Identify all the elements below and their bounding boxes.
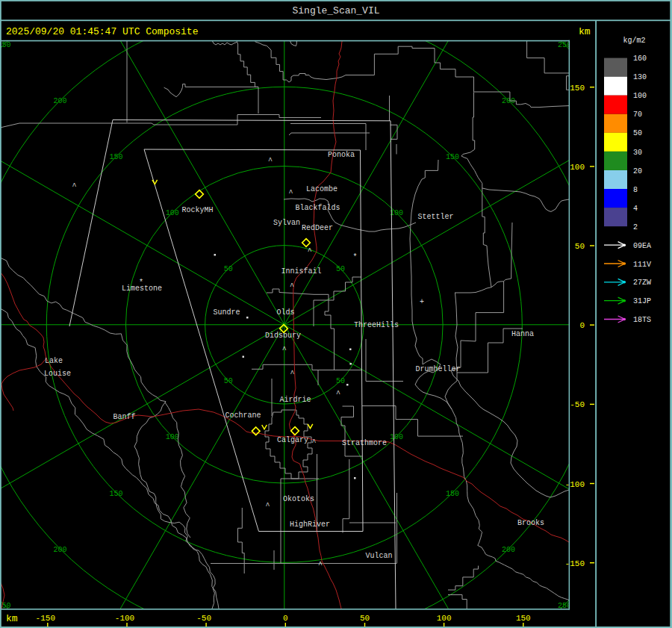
svg-text:160: 160	[633, 55, 647, 63]
svg-text:8: 8	[633, 186, 638, 194]
svg-text:kg/m2: kg/m2	[623, 37, 645, 45]
svg-text:09EA: 09EA	[633, 242, 651, 250]
svg-text:150: 150	[446, 153, 459, 161]
svg-text:130: 130	[633, 73, 647, 81]
svg-text:ThreeHills: ThreeHills	[354, 321, 399, 329]
svg-text:0: 0	[283, 614, 288, 623]
svg-text:^: ^	[318, 561, 323, 569]
svg-text:111V: 111V	[633, 261, 651, 269]
svg-text:20: 20	[633, 167, 642, 175]
svg-text:Sylvan: Sylvan	[273, 219, 300, 227]
svg-text:31JP: 31JP	[633, 297, 651, 305]
svg-text:150: 150	[110, 490, 123, 498]
svg-text:Vulcan: Vulcan	[366, 552, 393, 560]
svg-text:250: 250	[0, 41, 11, 49]
svg-text:-50: -50	[570, 400, 585, 409]
svg-text:Innisfail: Innisfail	[281, 267, 322, 276]
svg-text:200: 200	[502, 546, 515, 554]
svg-text:^: ^	[290, 282, 294, 290]
svg-text:Airdrie: Airdrie	[280, 396, 311, 404]
svg-text:-150: -150	[36, 614, 55, 623]
svg-text:Hanna: Hanna	[511, 330, 534, 338]
svg-text:18TS: 18TS	[633, 316, 651, 324]
svg-text:100: 100	[166, 209, 179, 217]
svg-text:+: +	[420, 298, 424, 306]
svg-text:Strathmore: Strathmore	[342, 439, 387, 447]
svg-text:-100: -100	[115, 614, 134, 623]
svg-text:^: ^	[288, 189, 293, 197]
svg-text:^: ^	[336, 390, 340, 398]
svg-text:Blackfalds: Blackfalds	[296, 204, 340, 212]
svg-text:150: 150	[110, 153, 123, 161]
svg-text:4: 4	[633, 205, 638, 213]
svg-text:50: 50	[224, 377, 233, 385]
svg-text:200: 200	[53, 546, 66, 554]
svg-text:Single_Scan_VIL: Single_Scan_VIL	[292, 5, 379, 16]
svg-text:HighRiver: HighRiver	[290, 520, 330, 529]
svg-text:2025/09/20 01:45:47 UTC Compos: 2025/09/20 01:45:47 UTC Composite	[6, 26, 198, 37]
svg-text:100: 100	[633, 92, 647, 100]
svg-text:150: 150	[516, 614, 531, 623]
svg-text:^: ^	[290, 370, 294, 378]
svg-text:Lacombe: Lacombe	[306, 185, 337, 193]
svg-text:-100: -100	[565, 480, 585, 489]
svg-text:RedDeer: RedDeer	[302, 224, 333, 232]
svg-text:Didsbury: Didsbury	[265, 332, 301, 340]
svg-text:50: 50	[575, 242, 585, 251]
svg-text:100: 100	[570, 163, 585, 172]
svg-text:200: 200	[53, 97, 66, 105]
svg-text:50: 50	[336, 265, 345, 273]
svg-text:*: *	[352, 253, 357, 261]
svg-text:70: 70	[633, 111, 642, 119]
svg-text:50: 50	[633, 129, 642, 137]
svg-text:150: 150	[570, 84, 585, 93]
svg-text:*: *	[139, 279, 143, 287]
svg-text:^: ^	[265, 502, 270, 510]
svg-text:Sundre: Sundre	[214, 308, 240, 317]
svg-text:^: ^	[308, 247, 312, 255]
svg-text:Louise: Louise	[44, 370, 71, 378]
svg-text:-150: -150	[565, 559, 585, 568]
svg-text:0: 0	[579, 321, 585, 330]
svg-text:Banff: Banff	[113, 413, 136, 421]
svg-text:Cochrane: Cochrane	[225, 411, 261, 420]
svg-text:30: 30	[633, 149, 642, 157]
svg-text:2: 2	[633, 223, 638, 231]
svg-text:Calgary: Calgary	[277, 436, 308, 444]
svg-text:50: 50	[336, 377, 345, 385]
svg-text:Ponoka: Ponoka	[328, 151, 355, 159]
svg-text:km: km	[579, 26, 591, 37]
svg-text:50: 50	[360, 614, 370, 623]
svg-text:^: ^	[72, 182, 76, 190]
svg-text:^: ^	[282, 346, 287, 354]
svg-text:RockyMH: RockyMH	[182, 206, 214, 214]
svg-text:150: 150	[446, 490, 459, 498]
svg-text:km: km	[6, 613, 18, 624]
svg-text:^: ^	[268, 157, 273, 165]
svg-text:Lake: Lake	[45, 357, 63, 365]
svg-text:100: 100	[437, 614, 452, 623]
svg-text:Stettler: Stettler	[418, 213, 454, 221]
svg-text:Olds: Olds	[277, 308, 295, 317]
svg-text:Brooks: Brooks	[517, 519, 544, 527]
svg-text:Drumheller: Drumheller	[416, 365, 461, 373]
svg-text:50: 50	[224, 265, 233, 273]
svg-text:100: 100	[166, 433, 179, 441]
svg-text:-50: -50	[196, 614, 211, 623]
svg-text:^: ^	[311, 438, 316, 447]
svg-text:27ZW: 27ZW	[633, 279, 651, 287]
svg-text:100: 100	[390, 433, 403, 441]
svg-text:Okotoks: Okotoks	[283, 495, 314, 503]
